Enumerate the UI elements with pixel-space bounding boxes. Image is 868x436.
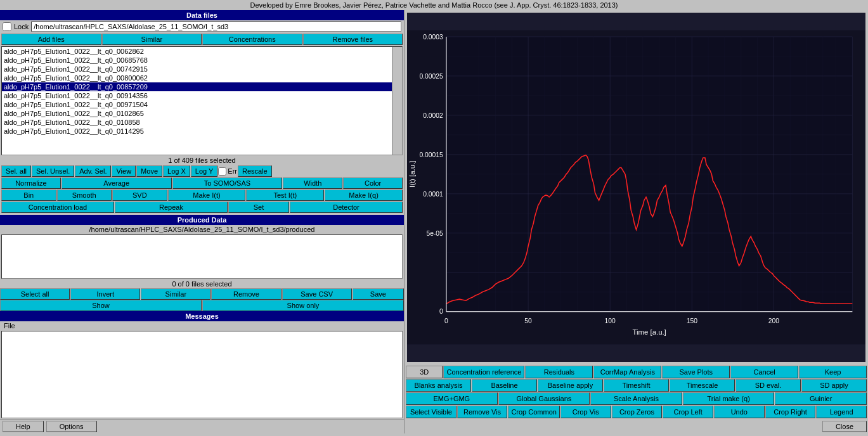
file-menu[interactable]: File xyxy=(1,321,18,331)
btn-keep[interactable]: Keep xyxy=(799,366,867,378)
btn-baseline-apply[interactable]: Baseline apply xyxy=(538,379,603,392)
add-files-button[interactable]: Add files xyxy=(1,34,101,45)
save-button[interactable]: Save xyxy=(353,288,404,300)
file-item[interactable]: aldo_pH7p5_Elution1_0022__lt_q0_00800062 xyxy=(2,74,392,82)
to-somo-button[interactable]: To SOMO/SAS xyxy=(172,177,283,189)
show-only-button[interactable]: Show only xyxy=(202,300,404,311)
invert-button[interactable]: Invert xyxy=(70,288,140,300)
log-x-button[interactable]: Log X xyxy=(163,165,190,177)
btn-crop-zeros[interactable]: Crop Zeros xyxy=(612,406,663,418)
set-button[interactable]: Set xyxy=(228,202,289,213)
btn-legend[interactable]: Legend xyxy=(816,406,867,418)
width-button[interactable]: Width xyxy=(283,177,342,189)
btn-crop-left[interactable]: Crop Left xyxy=(663,406,713,418)
select-all-button[interactable]: Select all xyxy=(0,288,70,300)
repeak-button[interactable]: Repeak xyxy=(115,202,228,213)
help-button[interactable]: Help xyxy=(3,421,44,432)
show-button[interactable]: Show xyxy=(0,300,202,311)
file-item[interactable]: aldo_pH7p5_Elution1_0022__lt_q0_00857209 xyxy=(2,82,392,91)
file-item[interactable]: aldo_pH7p5_Elution1_0022__lt_q0_010858 xyxy=(2,118,392,127)
bin-button[interactable]: Bin xyxy=(1,189,56,201)
controls-row4: Concentration load Repeak Set Detector xyxy=(1,202,403,213)
right-panel: 0.0003 0.00025 0.0002 0.00015 0.0001 5e-… xyxy=(405,10,868,433)
save-csv-button[interactable]: Save CSV xyxy=(282,288,352,300)
svg-text:0.00015: 0.00015 xyxy=(420,151,444,158)
data-files-header: Data files xyxy=(0,10,404,20)
btn-crop-common[interactable]: Crop Common xyxy=(508,406,560,418)
btn-cancel[interactable]: Cancel xyxy=(730,366,798,378)
options-button[interactable]: Options xyxy=(46,421,97,432)
btn-guinier[interactable]: Guinier xyxy=(775,392,867,405)
produced-similar-button[interactable]: Similar xyxy=(141,288,211,300)
log-y-button[interactable]: Log Y xyxy=(191,165,218,177)
rescale-button[interactable]: Rescale xyxy=(238,165,272,177)
chart-container: 0.0003 0.00025 0.0002 0.00015 0.0001 5e-… xyxy=(407,13,865,362)
btn-scale-analysis[interactable]: Scale Analysis xyxy=(590,392,682,405)
file-item[interactable]: aldo_pH7p5_Elution1_0022__lt_q0_0062862 xyxy=(2,47,392,56)
file-item[interactable]: aldo_pH7p5_Elution1_0022__lt_q0_00971504 xyxy=(2,100,392,109)
normalize-button[interactable]: Normalize xyxy=(1,177,61,189)
adv-sel-button[interactable]: Adv. Sel. xyxy=(75,165,111,177)
file-item[interactable]: aldo_pH7p5_Elution1_0022__lt_q0_00685768 xyxy=(2,56,392,65)
produced-list[interactable] xyxy=(1,234,403,279)
btn-concentration-ref[interactable]: Concentration reference xyxy=(443,366,524,378)
concentrations-button[interactable]: Concentrations xyxy=(202,34,302,45)
btn-crop-right[interactable]: Crop Right xyxy=(765,406,816,418)
err-checkbox[interactable] xyxy=(218,167,226,176)
sel-all-button[interactable]: Sel. all xyxy=(1,165,31,177)
lock-checkbox[interactable] xyxy=(3,22,11,31)
move-button[interactable]: Move xyxy=(136,165,162,177)
right-btn-row3: EMG+GMG Global Gaussians Scale Analysis … xyxy=(406,392,867,405)
right-btn-row2: Blanks analysis Baseline Baseline apply … xyxy=(406,379,867,392)
btn-undo[interactable]: Undo xyxy=(714,406,765,418)
messages-area[interactable] xyxy=(1,331,403,418)
btn-emg-gmg[interactable]: EMG+GMG xyxy=(406,392,498,405)
btn-select-visible[interactable]: Select Visible xyxy=(406,406,457,418)
btn-remove-vis[interactable]: Remove Vis xyxy=(457,406,508,418)
test-it-button[interactable]: Test I(t) xyxy=(246,189,324,201)
svg-text:200: 200 xyxy=(768,317,779,324)
file-item[interactable]: aldo_pH7p5_Elution1_0022__lt_q0_00914356 xyxy=(2,91,392,100)
average-button[interactable]: Average xyxy=(62,177,172,189)
file-item[interactable]: aldo_pH7p5_Elution1_0022__lt_q0_0114295 xyxy=(2,127,392,136)
btn-residuals[interactable]: Residuals xyxy=(525,366,593,378)
color-button[interactable]: Color xyxy=(343,177,403,189)
remove-files-button[interactable]: Remove files xyxy=(303,34,403,45)
btn-sd-apply[interactable]: SD apply xyxy=(801,379,867,392)
lock-label: Lock xyxy=(14,23,29,30)
btn-corrmap[interactable]: CorrMap Analysis xyxy=(593,366,661,378)
remove-button[interactable]: Remove xyxy=(211,288,281,300)
btn-sd-eval[interactable]: SD eval. xyxy=(735,379,801,392)
btn-global-gaussians[interactable]: Global Gaussians xyxy=(498,392,590,405)
view-button[interactable]: View xyxy=(112,165,136,177)
svg-text:Time [a.u.]: Time [a.u.] xyxy=(633,328,666,336)
btn-save-plots[interactable]: Save Plots xyxy=(662,366,730,378)
data-path: /home/ultrascan/HPLC_SAXS/Aldolase_25_11… xyxy=(31,22,401,32)
btn-baseline[interactable]: Baseline xyxy=(472,379,537,392)
btn-blanks[interactable]: Blanks analysis xyxy=(406,379,471,392)
make-it-button[interactable]: Make I(t) xyxy=(168,189,246,201)
btn-crop-vis[interactable]: Crop Vis xyxy=(560,406,611,418)
file-list[interactable]: aldo_pH7p5_Elution1_0022__lt_q0_0062862a… xyxy=(2,47,392,155)
similar-button[interactable]: Similar xyxy=(102,34,202,45)
btn-timescale[interactable]: Timescale xyxy=(670,379,735,392)
app-title: Developed by Emre Brookes, Javier Pérez,… xyxy=(250,1,618,9)
svg-text:0.0001: 0.0001 xyxy=(423,191,443,198)
svd-button[interactable]: SVD xyxy=(112,189,167,201)
file-item[interactable]: aldo_pH7p5_Elution1_0022__lt_q0_0102865 xyxy=(2,109,392,118)
concentration-load-button[interactable]: Concentration load xyxy=(1,202,114,213)
smooth-button[interactable]: Smooth xyxy=(57,189,112,201)
produced-data-section: Produced Data /home/ultrascan/HPLC_SAXS/… xyxy=(0,215,404,311)
close-button[interactable]: Close xyxy=(822,421,867,432)
make-iq-button[interactable]: Make I(q) xyxy=(325,189,403,201)
file-list-scrollbar[interactable] xyxy=(392,47,402,155)
sel-unsel-button[interactable]: Sel. Unsel. xyxy=(32,165,74,177)
file-item[interactable]: aldo_pH7p5_Elution1_0022__lt_q0_00742915 xyxy=(2,65,392,74)
svg-text:0.0002: 0.0002 xyxy=(423,112,443,119)
btn-timeshift[interactable]: Timeshift xyxy=(604,379,669,392)
detector-button[interactable]: Detector xyxy=(290,202,403,213)
btn-3d[interactable]: 3D xyxy=(406,366,443,378)
svg-text:0: 0 xyxy=(439,308,443,315)
btn-trial-make[interactable]: Trial make (q) xyxy=(683,392,775,405)
controls-section: Sel. all Sel. Unsel. Adv. Sel. View Move… xyxy=(0,165,404,214)
